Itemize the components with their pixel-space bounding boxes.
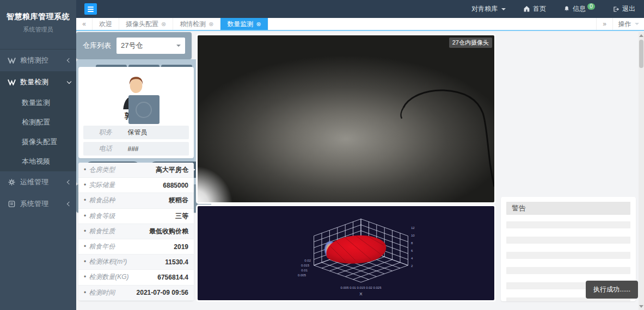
chevron-left-icon: [67, 58, 71, 63]
info-label: 粮食品种: [89, 196, 115, 204]
sidebar-item-ops-management[interactable]: 运维管理: [0, 171, 76, 193]
tab-camera-config[interactable]: 摄像头配置 ⊗: [119, 18, 173, 30]
ptz-center-button[interactable]: [128, 95, 160, 124]
home-icon: [523, 5, 530, 13]
home-label: 首页: [533, 4, 546, 14]
z-tick: 2: [411, 264, 413, 268]
tab-label: 欢迎: [99, 20, 112, 29]
warehouse-selected-value: 27号仓: [121, 41, 143, 51]
depot-dropdown[interactable]: 对青粮库: [463, 0, 514, 18]
tab-close-icon[interactable]: ⊗: [256, 21, 261, 28]
tabbar: « 欢迎 摄像头配置 ⊗ 粮情检测 ⊗ 数量监测 ⊗ » 操作: [76, 18, 644, 31]
logout-link[interactable]: 退出: [604, 0, 644, 18]
keeper-row-value: ###: [127, 145, 138, 153]
tab-actions-label: 操作: [618, 20, 631, 29]
sidebar-subitem-local-video[interactable]: 本地视频: [0, 152, 76, 171]
y-tick: 0.005: [298, 274, 306, 277]
bullet-icon: •: [84, 227, 86, 235]
grain-monitor-icon: [8, 57, 16, 64]
caret-down-icon: [501, 8, 506, 10]
messages-label: 信息: [573, 4, 586, 14]
info-value: 粳稻谷: [169, 196, 188, 205]
scroll-up-arrow-icon[interactable]: [639, 34, 643, 37]
tab-quantity-monitor[interactable]: 数量监测 ⊗: [220, 18, 268, 30]
tab-close-icon[interactable]: ⊗: [208, 21, 213, 28]
tabs-scroll-left-button[interactable]: «: [76, 18, 93, 30]
volume-3d-plot: 12 10 8 6 4 2 0.02 0.015 0.01 0.005 0.00…: [198, 206, 494, 300]
surface-plot-graphic: 12 10 8 6 4 2 0.02 0.015 0.01 0.005 0.00…: [198, 206, 494, 300]
tab-close-icon[interactable]: ⊗: [161, 21, 166, 28]
info-label: 检测数量(KG): [89, 273, 128, 281]
gear-icon: [8, 179, 16, 185]
topbar: 对青粮库 首页 信息 0 退出: [76, 0, 644, 18]
bullet-icon: •: [84, 181, 86, 189]
info-label: 实际储量: [89, 181, 115, 189]
logout-icon: [612, 6, 620, 13]
cable-overlay: [198, 35, 494, 202]
toast-message: 执行成功......: [586, 281, 638, 299]
logout-label: 退出: [622, 4, 635, 14]
chevron-left-icon: [67, 202, 71, 206]
info-row: •粮食年份2019: [78, 239, 194, 255]
bell-icon: [563, 5, 570, 13]
bullet-icon: •: [84, 258, 86, 265]
sidebar-item-grain-monitoring[interactable]: 粮情测控: [0, 49, 76, 71]
sidebar-subitem-camera-config[interactable]: 摄像头配置: [0, 132, 76, 152]
menu-toggle-button[interactable]: [84, 3, 97, 15]
info-value: 高大平房仓: [156, 165, 188, 175]
warning-row-placeholder: [506, 221, 630, 228]
system-icon: [8, 201, 16, 207]
caret-down-icon: [635, 23, 639, 25]
info-value: 最低收购价粮: [149, 227, 188, 236]
bullet-icon: •: [84, 243, 86, 250]
sidebar-menu: 粮情测控 数量检测 数量监测 检测配置 摄像头配置 本地视频 运维管理 系统管理: [0, 49, 76, 215]
scroll-down-arrow-icon[interactable]: [639, 305, 643, 308]
info-label: 检测体积(m³): [89, 258, 127, 265]
main-content: 仓库列表 27号仓 郭鲁峰 职务 保管员 电话 ### •仓房类型高大平房仓 •…: [76, 32, 644, 310]
quantity-detect-icon: [8, 79, 16, 85]
tab-welcome[interactable]: 欢迎: [93, 18, 119, 30]
info-row: •检测数量(KG)6756814.4: [78, 270, 194, 285]
info-row: •仓房类型高大平房仓: [78, 163, 194, 178]
sidebar-subitem-quantity-monitor[interactable]: 数量监测: [0, 93, 76, 113]
keeper-row: 职务 保管员: [83, 126, 189, 139]
messages-link[interactable]: 信息 0: [555, 0, 604, 18]
warehouse-select[interactable]: 27号仓: [116, 38, 185, 54]
home-link[interactable]: 首页: [514, 0, 555, 18]
tab-actions-dropdown[interactable]: 操作: [612, 18, 644, 30]
warehouse-select-label: 仓库列表: [83, 41, 111, 51]
camera-name-badge: 27仓内摄像头: [449, 38, 492, 48]
sidebar-item-quantity-detect[interactable]: 数量检测: [0, 71, 76, 93]
camera-video-feed: 27仓内摄像头: [198, 35, 494, 202]
sidebar-subitem-detect-config[interactable]: 检测配置: [0, 113, 76, 132]
tab-grain-detect[interactable]: 粮情检测 ⊗: [173, 18, 220, 30]
z-tick: 12: [411, 226, 415, 230]
info-value: 11530.4: [165, 258, 188, 266]
info-label: 仓房类型: [89, 166, 115, 173]
y-tick: 0.01: [301, 269, 308, 272]
sidebar-item-system-management[interactable]: 系统管理: [0, 193, 76, 215]
sidebar-item-label: 数量检测: [20, 77, 68, 87]
app-logo: 智慧粮库管理系统 系统管理员: [0, 0, 76, 41]
depot-name: 对青粮库: [471, 4, 498, 14]
info-label: 粮食等级: [89, 212, 115, 220]
app-subtitle: 系统管理员: [3, 26, 73, 34]
z-tick: 6: [411, 249, 413, 252]
info-row: •粮食等级三等: [78, 209, 194, 224]
info-value: 6756814.4: [157, 274, 188, 281]
tabs-scroll-right-button[interactable]: »: [596, 18, 612, 30]
tab-label: 数量监测: [227, 20, 253, 29]
sidebar-group-quantity: 数量检测 数量监测 检测配置 摄像头配置 本地视频: [0, 71, 76, 171]
chevron-left-icon: [67, 180, 71, 184]
z-tick: 8: [411, 241, 413, 245]
info-row: •检测时间2021-07-09 09:56: [78, 286, 194, 301]
warning-row-placeholder: [506, 252, 630, 259]
info-row: •粮食品种粳稻谷: [78, 193, 194, 208]
info-row: •粮食性质最低收购价粮: [78, 224, 194, 239]
chevron-down-icon: [67, 79, 71, 83]
vertical-scrollbar[interactable]: [639, 32, 644, 310]
keeper-row: 电话 ###: [83, 142, 189, 156]
tab-label: 摄像头配置: [126, 20, 158, 29]
sidebar: 智慧粮库管理系统 系统管理员 粮情测控 数量检测 数量监测 检测配置 摄像头配置…: [0, 0, 76, 310]
scrollbar-thumb[interactable]: [639, 40, 643, 68]
